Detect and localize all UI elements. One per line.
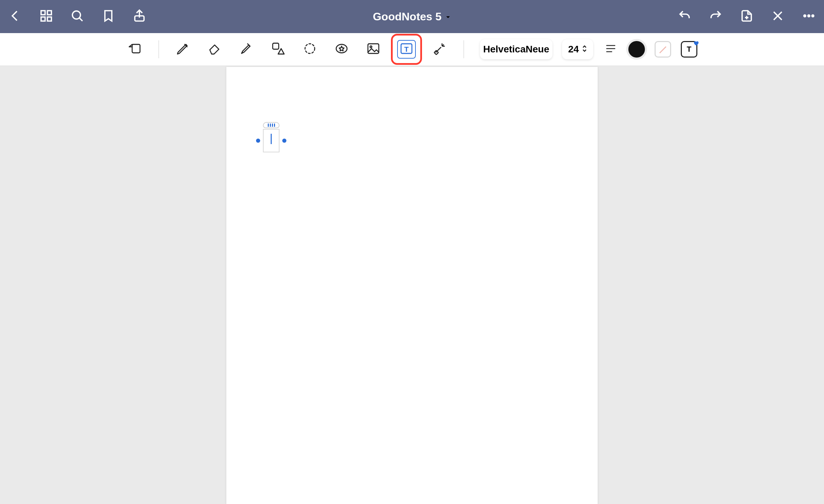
bookmark-icon [101,9,115,24]
svg-point-17 [305,44,315,53]
eraser-tool[interactable] [207,41,223,57]
toolbar-separator [158,40,159,58]
paragraph-style-button[interactable] [603,41,619,57]
svg-rect-15 [273,43,279,49]
textbox-style-label: T [687,45,691,54]
svg-point-18 [336,44,347,53]
resize-handle-left[interactable] [256,139,260,143]
font-picker[interactable]: HelveticaNeue [480,39,552,59]
eraser-icon [207,41,222,57]
close-icon [771,9,785,24]
more-icon [802,9,816,24]
more-button[interactable] [801,8,817,25]
svg-line-5 [80,18,82,21]
redo-button[interactable] [707,8,724,25]
font-name-label: HelveticaNeue [483,44,549,55]
back-button[interactable] [7,8,23,25]
resize-handle-right[interactable] [282,139,286,143]
search-icon [70,9,84,24]
add-page-button[interactable] [738,8,755,25]
svg-point-11 [804,15,806,17]
undo-icon [678,9,691,24]
star-bubble-icon [334,41,349,57]
thumbnails-button[interactable] [38,8,55,25]
highlighter-icon [239,41,254,57]
share-button[interactable] [131,8,148,25]
font-size-label: 24 [568,44,579,55]
lasso-icon [303,41,317,57]
share-icon [133,9,146,24]
navbar-left-group [7,0,148,33]
text-format-group: HelveticaNeue 24 T [480,39,697,59]
svg-point-13 [812,15,814,17]
pen-icon [176,41,190,57]
svg-rect-1 [47,11,51,15]
bookmark-button[interactable] [100,8,117,25]
svg-marker-16 [278,49,284,54]
lasso-tool[interactable] [302,41,318,57]
chevron-left-icon [8,9,22,24]
paragraph-icon [605,42,617,56]
svg-rect-20 [368,44,379,53]
text-color-swatch[interactable] [628,41,645,58]
svg-rect-0 [41,11,45,15]
shapes-icon [271,41,285,57]
laser-icon [432,41,447,57]
svg-text:T: T [404,45,409,53]
document-page[interactable] [226,67,598,504]
text-box-body[interactable] [263,129,279,152]
svg-rect-2 [41,17,45,21]
close-button[interactable] [769,8,786,25]
zoom-box-icon [127,41,142,57]
toolbar-separator [463,40,464,58]
navbar-right-group [676,0,817,33]
image-tool[interactable] [365,41,381,57]
grid-icon [39,9,53,24]
textbox-style-swatch[interactable]: T [681,41,697,58]
highlighter-tool[interactable] [238,41,254,57]
top-navbar: GoodNotes 5 [0,0,824,33]
svg-point-21 [370,46,372,48]
canvas-area[interactable] [0,66,824,504]
search-button[interactable] [69,8,86,25]
text-box-drag-handle[interactable] [263,122,279,128]
active-text-box[interactable] [261,122,282,153]
stepper-arrows-icon [582,44,587,55]
favorite-heart-icon [693,39,699,46]
laser-tool[interactable] [432,41,448,57]
chevron-down-icon [445,10,451,23]
svg-marker-19 [339,46,344,51]
zoom-tool[interactable] [127,41,143,57]
text-background-swatch[interactable] [655,41,671,58]
redo-icon [709,9,723,24]
svg-rect-3 [47,17,51,21]
text-cursor-caret [271,134,272,144]
image-icon [366,41,381,57]
shape-tool[interactable] [270,41,286,57]
font-size-stepper[interactable]: 24 [562,39,593,59]
text-tool[interactable]: T [397,40,416,59]
svg-point-12 [808,15,810,17]
add-page-icon [740,9,754,24]
svg-point-4 [72,11,80,19]
text-icon: T [399,41,414,57]
editor-toolbar: T HelveticaNeue 24 T [0,33,824,66]
pen-tool[interactable] [175,41,191,57]
undo-button[interactable] [676,8,693,25]
document-title: GoodNotes 5 [373,10,441,23]
svg-rect-14 [132,44,140,53]
elements-tool[interactable] [334,41,350,57]
document-title-dropdown[interactable]: GoodNotes 5 [373,10,451,23]
